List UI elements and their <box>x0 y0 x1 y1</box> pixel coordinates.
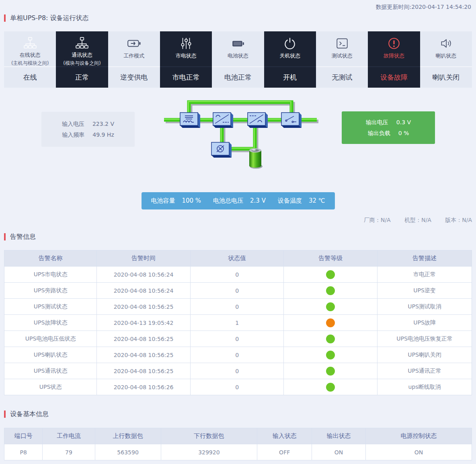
title-accent-bar <box>4 14 6 22</box>
tile-label: 故障状态 <box>384 52 404 60</box>
tile-value: 开机 <box>264 66 316 88</box>
tile-value: 正常 <box>56 66 108 88</box>
alarm-level-indicator <box>326 318 335 327</box>
output-switch-box <box>281 113 302 128</box>
inverter-box <box>248 113 268 128</box>
alarm-level-indicator <box>326 270 335 279</box>
title-accent-bar <box>4 411 6 418</box>
battery-capacity-value: 100 % <box>182 197 201 205</box>
page-title: 单相UPS-P8: 设备运行状态 <box>10 14 89 23</box>
sliders-icon <box>179 36 193 51</box>
tile-mains-status[interactable]: 市电状态 市电正常 <box>160 31 212 88</box>
input-voltage-value: 223.2 V <box>92 119 114 129</box>
battery-icon <box>231 36 245 51</box>
output-load-label: 输出负载 <box>368 128 390 139</box>
col-alarm-value: 状态值 <box>190 250 284 267</box>
device-temp-label: 设备温度 <box>278 197 302 205</box>
input-frequency-value: 49.9 Hz <box>92 129 114 140</box>
up-packets-value: 563590 <box>95 444 161 460</box>
version-label: 版本：N/A <box>445 217 472 223</box>
alarm-row: UPS通讯状态 2020-04-08 10:56:25 0 UPS通讯正常 <box>4 363 472 379</box>
tile-label: 测试状态 <box>332 52 353 60</box>
alert-icon <box>387 36 401 51</box>
terminal-icon <box>335 36 349 51</box>
current-value: 79 <box>43 444 95 460</box>
tile-label: 关机状态 <box>279 52 300 60</box>
tile-test-status[interactable]: 测试状态 无测试 <box>316 31 368 88</box>
alarm-level-indicator <box>326 367 335 376</box>
tile-work-mode[interactable]: 工作模式 逆变供电 <box>108 31 160 88</box>
tile-online-status[interactable]: 在线状态 (主机与模块之间) 在线 <box>4 31 56 88</box>
tile-label: 市电状态 <box>176 52 197 60</box>
battery-cylinder <box>249 148 263 169</box>
ups-diagram-band: 输入电压 223.2 V 输入频率 49.9 Hz <box>4 88 472 192</box>
tile-label: 在线状态 <box>20 51 41 59</box>
alarm-section-title-row: 告警信息 <box>4 232 476 241</box>
battery-charging-icon <box>127 36 141 51</box>
output-state-value: ON <box>312 444 366 460</box>
battery-voltage-label: 电池总电压 <box>213 197 243 205</box>
alarm-row: UPS旁路状态 2020-04-08 10:56:24 0 UPS逆变 <box>4 283 472 299</box>
device-info-table: 端口号 工作电流 上行数据包 下行数据包 输入状态 输出状态 电源控制状态 P8… <box>4 428 472 460</box>
input-voltage-label: 输入电压 <box>62 119 84 129</box>
col-alarm-name: 告警名称 <box>4 250 97 267</box>
input-panel: 输入电压 223.2 V 输入频率 49.9 Hz <box>41 112 135 147</box>
rectifier-box <box>213 113 233 128</box>
col-input-state: 输入状态 <box>257 428 312 444</box>
tile-label: 电池状态 <box>228 52 248 60</box>
battery-voltage-value: 2.3 V <box>250 197 266 205</box>
input-frequency-label: 输入频率 <box>62 129 84 140</box>
filter-box <box>180 113 200 128</box>
col-alarm-time: 告警时间 <box>97 250 191 267</box>
device-section-title: 设备基本信息 <box>10 410 49 419</box>
alarm-row: UPS市电状态 2020-04-08 10:56:24 0 市电正常 <box>4 267 472 283</box>
tile-value: 喇叭关闭 <box>420 66 472 88</box>
model-label: 机型：N/A <box>404 217 431 223</box>
alarm-row: UPS电池电压低状态 2020-04-08 10:56:25 0 UPS电池电压… <box>4 331 472 347</box>
tile-value: 无测试 <box>316 66 368 88</box>
sitemap-icon <box>23 36 37 50</box>
output-load-value: 0 % <box>398 128 409 139</box>
speaker-icon <box>439 36 453 51</box>
alarm-level-indicator <box>326 335 335 343</box>
alarm-level-indicator <box>326 286 335 295</box>
device-temp-value: 32 ℃ <box>309 197 325 205</box>
tile-shutdown-status[interactable]: 关机状态 开机 <box>264 31 316 88</box>
tile-label: 工作模式 <box>123 52 144 60</box>
power-control-value: ON <box>365 444 472 460</box>
tile-label: 通讯状态 <box>72 51 92 59</box>
alarm-level-indicator <box>326 351 335 359</box>
alarm-row: UPS故障状态 2020-04-13 19:05:42 1 UPS故障 <box>4 315 472 331</box>
ups-flow-diagram <box>160 90 321 187</box>
alarm-row: UPS喇叭状态 2020-04-08 10:56:25 0 UPS喇叭关闭 <box>4 347 472 363</box>
alarm-section-title: 告警信息 <box>10 233 36 241</box>
battery-info-bar: 电池容量 100 % 电池总电压 2.3 V 设备温度 32 ℃ <box>142 192 335 209</box>
tile-value: 逆变供电 <box>108 66 160 88</box>
sitemap-icon <box>75 36 89 50</box>
tile-value: 市电正常 <box>160 66 212 88</box>
col-port: 端口号 <box>4 428 43 444</box>
power-icon <box>283 36 297 51</box>
alarm-table-header: 告警名称 告警时间 状态值 告警等级 告警描述 <box>4 250 472 267</box>
alarm-level-indicator <box>326 383 335 392</box>
col-alarm-desc: 告警描述 <box>378 250 472 267</box>
col-alarm-level: 告警等级 <box>284 250 378 267</box>
status-tile-strip: 在线状态 (主机与模块之间) 在线 通讯状态 (模块与设备之间) 正常 <box>4 31 472 88</box>
alarm-level-indicator <box>326 302 335 311</box>
device-table-header: 端口号 工作电流 上行数据包 下行数据包 输入状态 输出状态 电源控制状态 <box>4 428 472 444</box>
tile-fault-status[interactable]: 故障状态 设备故障 <box>368 31 420 88</box>
tile-sublabel: (主机与模块之间) <box>11 60 49 67</box>
tile-battery-status[interactable]: 电池状态 电池正常 <box>212 31 264 88</box>
down-packets-value: 329920 <box>161 444 257 460</box>
tile-comm-status[interactable]: 通讯状态 (模块与设备之间) 正常 <box>56 31 108 88</box>
tile-speaker-status[interactable]: 喇叭状态 喇叭关闭 <box>420 31 472 88</box>
col-down-packets: 下行数据包 <box>161 428 257 444</box>
battery-capacity-label: 电池容量 <box>151 197 175 205</box>
tile-value: 在线 <box>4 66 56 88</box>
title-accent-bar <box>4 233 6 240</box>
col-output-state: 输出状态 <box>312 428 366 444</box>
col-up-packets: 上行数据包 <box>95 428 161 444</box>
input-state-value: OFF <box>257 444 312 460</box>
data-update-time: 数据更新时间:2020-04-17 14:54:20 <box>0 0 476 12</box>
col-power-control: 电源控制状态 <box>365 428 472 444</box>
